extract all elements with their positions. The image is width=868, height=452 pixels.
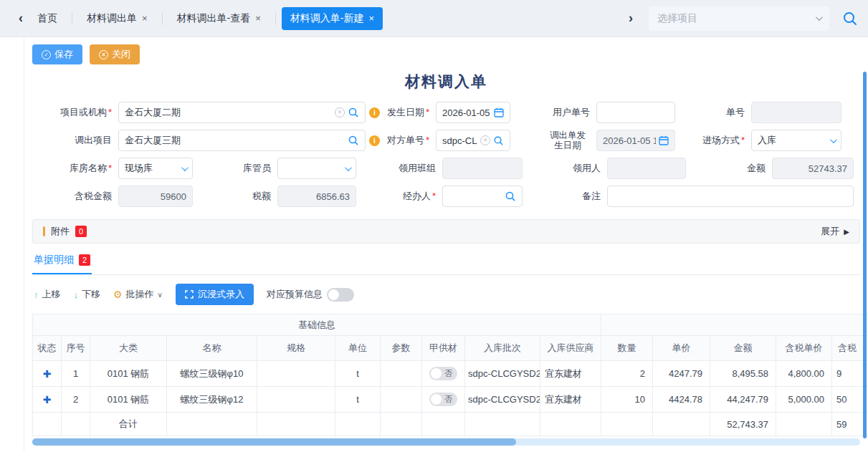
row-price: 4247.79 [653,361,710,387]
toggle-label: 否 [444,394,452,405]
tab-material-transfer-in-new[interactable]: 材料调入单-新建 × [282,7,383,30]
tab-detail-lines[interactable]: 单据明细 2 [32,254,92,274]
tab-home[interactable]: 首页 [29,7,66,30]
field-label: 金额 [686,162,772,175]
project-select-placeholder: 选择项目 [657,12,816,25]
search-icon[interactable] [348,135,359,146]
move-down-button[interactable]: ↓ 下移 [74,288,101,301]
add-row-icon[interactable]: ✚ [43,368,52,380]
handler-field[interactable] [442,186,523,207]
col-unit: 单位 [335,336,381,361]
counterpart-doc-no-field[interactable]: sdpc-CLDC ✕ [436,130,510,151]
clear-icon[interactable]: ✕ [480,135,490,145]
required-mark: * [741,135,745,145]
tax-amount-value: 6856.63 [284,191,350,202]
total-cell [601,413,653,436]
remark-field[interactable] [607,186,854,207]
horizontal-scrollbar[interactable] [32,438,860,446]
tab-separator [72,12,72,25]
form-content: ✓ 保存 ✕ 关闭 材料调入单 项目或机构* 金石大厦二期 ✕ i 发生日期* [24,37,868,452]
add-row-icon[interactable]: ✚ [43,394,52,405]
total-cell [653,413,710,436]
tab-label: 材料调入单-新建 [290,12,364,25]
field-label: 进场方式* [675,134,751,147]
detail-table-row: ✚10101 钢筋螺纹三级钢φ10t否sdpc-CLCGYSD2026010宜东… [33,361,868,387]
global-search-icon[interactable] [842,11,858,27]
col-price: 单价 [653,336,710,361]
info-icon[interactable]: i [369,135,380,146]
field-label: 库管员 [193,162,277,175]
row-batch-link[interactable]: sdpc-CLCGYSD2026010 [465,361,540,387]
row-owner-supplied: 否 [422,387,465,413]
occur-date-value: 2026-01-05 [442,107,491,118]
occur-date-field[interactable]: 2026-01-05 [436,102,510,123]
warehouse-keeper-select[interactable] [277,158,356,179]
info-icon[interactable]: i [369,107,380,118]
transfer-out-project-field[interactable]: 金石大厦三期 [118,130,366,151]
row-add-cell: ✚ [33,387,62,413]
move-up-button[interactable]: ↑ 上移 [34,288,61,301]
arrow-up-icon: ↑ [34,289,39,300]
row-qty: 10 [601,387,653,413]
out-doc-occur-date-value: 2026-01-05 14 [603,135,656,146]
tab-material-transfer-out[interactable]: 材料调出单 × [78,7,156,30]
tax-included-amount-field: 59600 [118,186,193,207]
tabs-scroll-right-icon[interactable]: › [623,11,639,26]
chevron-down-icon [345,164,352,171]
entry-method-value: 入库 [758,134,830,147]
user-doc-no-field[interactable] [596,102,675,123]
total-cell [540,413,601,436]
owner-supplied-toggle[interactable]: 否 [429,393,457,406]
vertical-scrollbar-thumb[interactable] [863,72,867,438]
requisition-team-field [442,158,523,179]
detail-table-wrap: 基础信息 状态 序号 大类 名称 规格 单位 参数 甲供材 入库批次 入库供应商… [32,314,868,436]
close-tab-icon[interactable]: × [369,13,375,24]
expand-button[interactable]: 展开 ▶ [821,225,849,238]
row-price: 4424.78 [653,387,710,413]
total-cell [422,413,465,436]
tab-label: 材料调出单-查看 [177,12,251,25]
tabs-scroll-left-icon[interactable]: ‹ [13,11,29,26]
field-label: 用户单号 [510,106,596,119]
clear-icon[interactable]: ✕ [335,107,345,117]
entry-method-select[interactable]: 入库 [751,130,841,151]
immersive-entry-button[interactable]: 沉浸式录入 [176,284,254,305]
toggle-knob [431,368,442,379]
close-tab-icon[interactable]: × [142,13,148,24]
project-org-field[interactable]: 金石大厦二期 ✕ [118,102,366,123]
batch-ops-dropdown[interactable]: ⚙ 批操作 ∨ [113,288,163,301]
calendar-icon [659,135,669,145]
budget-info-toggle[interactable] [327,288,354,302]
row-category: 0101 钢筋 [90,387,167,413]
required-mark: * [426,135,429,145]
move-down-label: 下移 [82,288,100,301]
close-tab-icon[interactable]: × [255,13,261,24]
field-label: 领用人 [523,162,607,175]
search-icon[interactable] [493,135,504,146]
row-name: 螺纹三级钢φ10 [167,361,257,387]
save-button[interactable]: ✓ 保存 [32,44,82,64]
project-select[interactable]: 选择项目 [649,6,829,31]
warehouse-name-select[interactable]: 现场库 [118,158,193,179]
budget-info-label: 对应预算信息 [267,288,323,301]
immersive-entry-label: 沉浸式录入 [198,288,244,301]
row-seq: 1 [62,361,90,387]
total-cell [776,413,832,436]
tab-label: 材料调出单 [87,12,137,25]
search-icon[interactable] [505,191,516,202]
tax-included-amount-value: 59600 [125,191,186,202]
row-qty: 2 [601,361,653,387]
tab-material-transfer-out-view[interactable]: 材料调出单-查看 × [168,7,270,30]
amount-field: 52743.37 [772,158,854,179]
group-header-basic-info: 基础信息 [33,314,601,336]
owner-supplied-toggle[interactable]: 否 [429,367,457,380]
detail-tab-bar: 单据明细 2 [32,254,860,275]
horizontal-scrollbar-thumb[interactable] [32,438,516,446]
search-icon[interactable] [348,107,359,118]
open-tabs: 首页 材料调出单 × 材料调出单-查看 × 材料调入单-新建 × [29,7,383,30]
calendar-icon[interactable] [494,107,504,117]
close-button[interactable]: ✕ 关闭 [90,44,140,64]
row-batch-link[interactable]: sdpc-CLCGYSD2026010 [465,387,540,413]
detail-table-row: ✚20101 钢筋螺纹三级钢φ12t否sdpc-CLCGYSD2026010宜东… [33,387,868,413]
row-unit: t [335,387,381,413]
